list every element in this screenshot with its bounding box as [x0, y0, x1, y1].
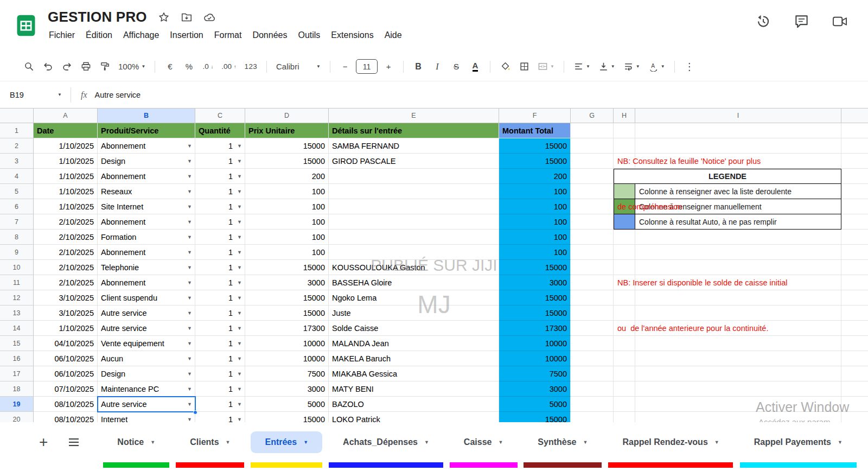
cell-filler[interactable] [841, 123, 868, 138]
cell-filler[interactable] [841, 321, 868, 336]
cell-G4[interactable] [571, 169, 614, 184]
cell-D12[interactable]: 15000 [245, 290, 329, 305]
cell-E10[interactable]: KOUSSOULOUKA Gaston [329, 260, 499, 275]
cell-C3[interactable]: 1▼ [195, 154, 245, 169]
cell-D7[interactable]: 100 [245, 214, 329, 230]
dropdown-arrow-icon[interactable]: ▼ [237, 158, 242, 164]
cell-filler[interactable] [841, 412, 868, 422]
undo-button[interactable] [40, 58, 56, 75]
dropdown-arrow-icon[interactable]: ▼ [237, 326, 242, 331]
decrease-decimal-button[interactable]: .0↓ [200, 58, 216, 75]
dropdown-arrow-icon[interactable]: ▼ [237, 219, 242, 225]
dropdown-arrow-icon[interactable]: ▼ [237, 143, 242, 149]
menu-item-aide[interactable]: Aide [379, 28, 407, 42]
cell-E3[interactable]: GIROD PASCALE [329, 154, 499, 169]
cell-G11[interactable] [571, 275, 614, 290]
dropdown-arrow-icon[interactable]: ▼ [187, 341, 192, 346]
cell-filler[interactable] [841, 169, 868, 184]
cell-F19[interactable]: 5000 [499, 397, 571, 412]
all-sheets-button[interactable] [68, 438, 79, 447]
cell-B5[interactable]: Reseaux▼ [98, 184, 195, 199]
cell-C7[interactable]: 1▼ [195, 214, 245, 230]
sheet-tab-caisse[interactable]: Caisse▼ [450, 431, 518, 453]
cell-E8[interactable] [329, 230, 499, 245]
dropdown-arrow-icon[interactable]: ▼ [237, 386, 242, 392]
font-select[interactable]: Calibri▼ [273, 58, 323, 75]
cell-G1[interactable] [571, 123, 614, 138]
cell-D4[interactable]: 200 [245, 169, 329, 184]
menu-item-affichage[interactable]: Affichage [118, 28, 164, 42]
cell-D14[interactable]: 17300 [245, 321, 329, 336]
cell-D5[interactable]: 100 [245, 184, 329, 199]
increase-decimal-button[interactable]: .00↑ [219, 58, 239, 75]
cell-B19[interactable]: Autre service▼ [98, 397, 195, 412]
dropdown-arrow-icon[interactable]: ▼ [237, 417, 242, 422]
cell-A1[interactable]: Date [34, 123, 98, 138]
dropdown-arrow-icon[interactable]: ▼ [237, 402, 242, 407]
redo-button[interactable] [59, 58, 75, 75]
cell-B18[interactable]: Maintenance PC▼ [98, 381, 195, 397]
dropdown-arrow-icon[interactable]: ▼ [187, 295, 192, 301]
cell-E16[interactable]: MAKELA Baruch [329, 351, 499, 366]
dropdown-arrow-icon[interactable]: ▼ [237, 234, 242, 240]
cell-E5[interactable] [329, 184, 499, 199]
cell-G17[interactable] [571, 366, 614, 381]
cell-E2[interactable]: SAMBA FERNAND [329, 138, 499, 154]
dropdown-arrow-icon[interactable]: ▼ [237, 295, 242, 301]
cell-B6[interactable]: Site Internet▼ [98, 199, 195, 214]
dropdown-arrow-icon[interactable]: ▼ [187, 158, 192, 164]
cell-A15[interactable]: 04/10/2025 [34, 336, 98, 351]
cell-F10[interactable]: 15000 [499, 260, 571, 275]
cell-C20[interactable]: 1▼ [195, 412, 245, 422]
cell-G8[interactable] [571, 230, 614, 245]
cell-filler[interactable] [841, 199, 868, 214]
cell-filler[interactable] [841, 351, 868, 366]
cell-D11[interactable]: 3000 [245, 275, 329, 290]
chevron-down-icon[interactable]: ▼ [303, 440, 308, 445]
cell-C10[interactable]: 1▼ [195, 260, 245, 275]
fill-color-button[interactable] [497, 58, 513, 75]
chevron-down-icon[interactable]: ▼ [838, 440, 843, 445]
cell-E20[interactable]: LOKO Patrick [329, 412, 499, 422]
cell-G16[interactable] [571, 351, 614, 366]
cell-filler[interactable] [841, 336, 868, 351]
cell-I19[interactable] [635, 397, 841, 412]
cell-E11[interactable]: BASSEHA Gloire [329, 275, 499, 290]
cell-filler[interactable] [841, 366, 868, 381]
cell-A6[interactable]: 1/10/2025 [34, 199, 98, 214]
strikethrough-button[interactable]: S [448, 58, 464, 75]
text-rotation-button[interactable]: A ▼ [646, 58, 668, 75]
cell-F13[interactable]: 15000 [499, 305, 571, 321]
cell-B8[interactable]: Formation▼ [98, 230, 195, 245]
cell-F2[interactable]: 15000 [499, 138, 571, 154]
cell-E7[interactable] [329, 214, 499, 230]
dropdown-arrow-icon[interactable]: ▼ [187, 189, 192, 194]
cell-E17[interactable]: MIAKABA Gessica [329, 366, 499, 381]
cell-filler[interactable] [841, 381, 868, 397]
dropdown-arrow-icon[interactable]: ▼ [237, 280, 242, 285]
cell-G9[interactable] [571, 245, 614, 260]
more-options-button[interactable]: ⋮ [681, 58, 698, 75]
paint-format-button[interactable] [97, 58, 113, 75]
row-header-16[interactable]: 16 [0, 351, 34, 366]
cell-C1[interactable]: Quantité [195, 123, 245, 138]
cell-A12[interactable]: 3/10/2025 [34, 290, 98, 305]
comments-icon[interactable] [794, 14, 809, 29]
cell-B14[interactable]: Autre service▼ [98, 321, 195, 336]
cell-filler[interactable] [841, 154, 868, 169]
cell-A3[interactable]: 1/10/2025 [34, 154, 98, 169]
row-header-3[interactable]: 3 [0, 154, 34, 169]
sheet-tab-achats_dépenses[interactable]: Achats_Dépenses▼ [329, 431, 443, 453]
cell-filler[interactable] [841, 184, 868, 199]
cell-B3[interactable]: Design▼ [98, 154, 195, 169]
row-header-11[interactable]: 11 [0, 275, 34, 290]
increase-font-size-button[interactable]: + [380, 58, 397, 75]
dropdown-arrow-icon[interactable]: ▼ [237, 250, 242, 255]
dropdown-arrow-icon[interactable]: ▼ [237, 204, 242, 209]
cell-I20[interactable] [635, 412, 841, 422]
cell-F15[interactable]: 10000 [499, 336, 571, 351]
cell-F6[interactable]: 100 [499, 199, 571, 214]
cell-B2[interactable]: Abonnement▼ [98, 138, 195, 154]
cell-E12[interactable]: Ngoko Lema [329, 290, 499, 305]
column-header-C[interactable]: C [195, 109, 245, 123]
